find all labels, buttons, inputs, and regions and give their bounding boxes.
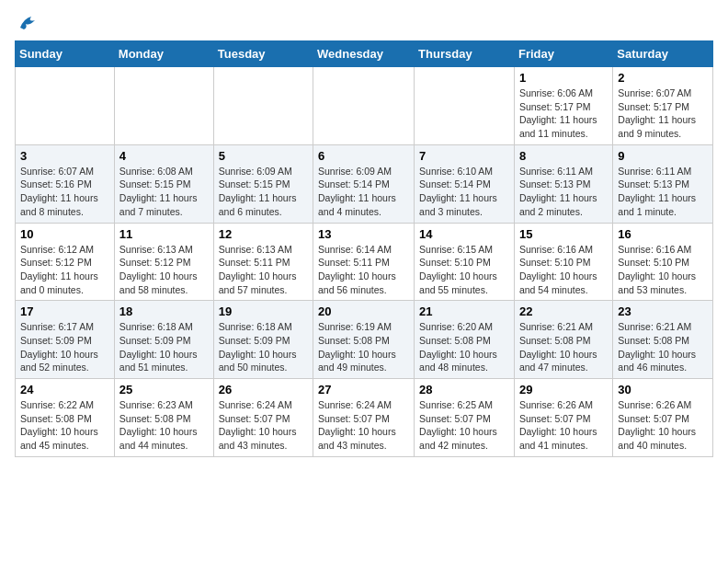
day-number: 21 [419, 304, 509, 318]
day-number: 11 [119, 227, 209, 241]
calendar-cell: 3Sunrise: 6:07 AMSunset: 5:16 PMDaylight… [16, 144, 115, 223]
calendar-cell: 15Sunrise: 6:16 AMSunset: 5:10 PMDayligh… [514, 223, 612, 301]
day-info: Sunrise: 6:06 AMSunset: 5:17 PMDaylight:… [519, 86, 608, 141]
calendar-cell [16, 67, 115, 145]
day-number: 7 [419, 149, 509, 163]
calendar-cell: 1Sunrise: 6:06 AMSunset: 5:17 PMDaylight… [514, 67, 612, 145]
day-info: Sunrise: 6:26 AMSunset: 5:07 PMDaylight:… [519, 398, 608, 453]
calendar-cell: 21Sunrise: 6:20 AMSunset: 5:08 PMDayligh… [415, 301, 515, 379]
day-number: 26 [219, 383, 308, 396]
calendar-cell: 17Sunrise: 6:17 AMSunset: 5:09 PMDayligh… [16, 301, 115, 379]
day-info: Sunrise: 6:15 AMSunset: 5:10 PMDaylight:… [419, 243, 509, 297]
calendar-week-row: 24Sunrise: 6:22 AMSunset: 5:08 PMDayligh… [16, 379, 713, 457]
calendar-cell: 4Sunrise: 6:08 AMSunset: 5:15 PMDaylight… [114, 144, 213, 223]
day-number: 29 [519, 383, 608, 396]
day-info: Sunrise: 6:25 AMSunset: 5:07 PMDaylight:… [419, 398, 509, 453]
day-number: 22 [519, 304, 608, 318]
day-info: Sunrise: 6:22 AMSunset: 5:08 PMDaylight:… [20, 398, 109, 453]
logo [15, 15, 39, 31]
calendar-week-row: 3Sunrise: 6:07 AMSunset: 5:16 PMDaylight… [16, 144, 713, 223]
day-number: 2 [618, 71, 708, 85]
day-info: Sunrise: 6:26 AMSunset: 5:07 PMDaylight:… [618, 398, 708, 453]
calendar-cell: 6Sunrise: 6:09 AMSunset: 5:14 PMDaylight… [313, 144, 415, 223]
day-number: 3 [20, 149, 109, 163]
day-number: 10 [20, 227, 109, 241]
day-info: Sunrise: 6:16 AMSunset: 5:10 PMDaylight:… [519, 243, 608, 297]
calendar-week-row: 17Sunrise: 6:17 AMSunset: 5:09 PMDayligh… [16, 301, 713, 379]
calendar-cell: 2Sunrise: 6:07 AMSunset: 5:17 PMDaylight… [613, 67, 713, 145]
day-info: Sunrise: 6:08 AMSunset: 5:15 PMDaylight:… [119, 165, 209, 219]
calendar-cell: 27Sunrise: 6:24 AMSunset: 5:07 PMDayligh… [313, 379, 415, 457]
day-info: Sunrise: 6:07 AMSunset: 5:16 PMDaylight:… [20, 165, 109, 219]
day-number: 30 [618, 383, 708, 396]
column-header-saturday: Saturday [613, 41, 713, 67]
day-info: Sunrise: 6:21 AMSunset: 5:08 PMDaylight:… [519, 320, 608, 374]
column-header-tuesday: Tuesday [213, 41, 313, 67]
calendar-week-row: 1Sunrise: 6:06 AMSunset: 5:17 PMDaylight… [16, 67, 713, 145]
calendar-cell: 5Sunrise: 6:09 AMSunset: 5:15 PMDaylight… [213, 144, 313, 223]
day-number: 14 [419, 227, 509, 241]
day-info: Sunrise: 6:20 AMSunset: 5:08 PMDaylight:… [419, 320, 509, 374]
day-info: Sunrise: 6:09 AMSunset: 5:15 PMDaylight:… [219, 165, 308, 219]
calendar-cell [114, 67, 213, 145]
calendar-cell: 9Sunrise: 6:11 AMSunset: 5:13 PMDaylight… [613, 144, 713, 223]
column-header-thursday: Thursday [415, 41, 515, 67]
calendar-cell: 16Sunrise: 6:16 AMSunset: 5:10 PMDayligh… [613, 223, 713, 301]
column-header-monday: Monday [114, 41, 213, 67]
day-number: 4 [119, 149, 209, 163]
day-info: Sunrise: 6:11 AMSunset: 5:13 PMDaylight:… [618, 165, 708, 219]
day-number: 9 [618, 149, 708, 163]
page-header [15, 15, 713, 31]
calendar-cell: 14Sunrise: 6:15 AMSunset: 5:10 PMDayligh… [415, 223, 515, 301]
day-info: Sunrise: 6:19 AMSunset: 5:08 PMDaylight:… [318, 320, 409, 374]
calendar-cell: 8Sunrise: 6:11 AMSunset: 5:13 PMDaylight… [514, 144, 612, 223]
calendar-cell: 12Sunrise: 6:13 AMSunset: 5:11 PMDayligh… [213, 223, 313, 301]
calendar-cell: 26Sunrise: 6:24 AMSunset: 5:07 PMDayligh… [213, 379, 313, 457]
column-header-wednesday: Wednesday [313, 41, 415, 67]
day-number: 13 [318, 227, 409, 241]
day-info: Sunrise: 6:10 AMSunset: 5:14 PMDaylight:… [419, 165, 509, 219]
day-info: Sunrise: 6:07 AMSunset: 5:17 PMDaylight:… [618, 86, 708, 141]
day-number: 28 [419, 383, 509, 396]
calendar-cell: 19Sunrise: 6:18 AMSunset: 5:09 PMDayligh… [213, 301, 313, 379]
day-number: 27 [318, 383, 409, 396]
day-number: 6 [318, 149, 409, 163]
day-info: Sunrise: 6:24 AMSunset: 5:07 PMDaylight:… [318, 398, 409, 453]
calendar-cell: 11Sunrise: 6:13 AMSunset: 5:12 PMDayligh… [114, 223, 213, 301]
day-number: 20 [318, 304, 409, 318]
day-info: Sunrise: 6:16 AMSunset: 5:10 PMDaylight:… [618, 243, 708, 297]
day-info: Sunrise: 6:18 AMSunset: 5:09 PMDaylight:… [119, 320, 209, 374]
calendar-cell: 28Sunrise: 6:25 AMSunset: 5:07 PMDayligh… [415, 379, 515, 457]
calendar-cell [313, 67, 415, 145]
column-header-friday: Friday [514, 41, 612, 67]
day-number: 1 [519, 71, 608, 85]
logo-bird-icon [18, 15, 39, 31]
day-number: 25 [119, 383, 209, 396]
calendar-cell: 20Sunrise: 6:19 AMSunset: 5:08 PMDayligh… [313, 301, 415, 379]
day-number: 15 [519, 227, 608, 241]
day-number: 19 [219, 304, 308, 318]
calendar-cell: 13Sunrise: 6:14 AMSunset: 5:11 PMDayligh… [313, 223, 415, 301]
day-info: Sunrise: 6:14 AMSunset: 5:11 PMDaylight:… [318, 243, 409, 297]
calendar-cell: 18Sunrise: 6:18 AMSunset: 5:09 PMDayligh… [114, 301, 213, 379]
calendar-cell: 24Sunrise: 6:22 AMSunset: 5:08 PMDayligh… [16, 379, 115, 457]
day-number: 18 [119, 304, 209, 318]
day-number: 23 [618, 304, 708, 318]
day-info: Sunrise: 6:11 AMSunset: 5:13 PMDaylight:… [519, 165, 608, 219]
calendar-cell: 25Sunrise: 6:23 AMSunset: 5:08 PMDayligh… [114, 379, 213, 457]
calendar-cell: 29Sunrise: 6:26 AMSunset: 5:07 PMDayligh… [514, 379, 612, 457]
column-header-sunday: Sunday [16, 41, 115, 67]
day-number: 12 [219, 227, 308, 241]
day-info: Sunrise: 6:21 AMSunset: 5:08 PMDaylight:… [618, 320, 708, 374]
day-number: 24 [20, 383, 109, 396]
day-number: 16 [618, 227, 708, 241]
calendar-cell [213, 67, 313, 145]
day-info: Sunrise: 6:23 AMSunset: 5:08 PMDaylight:… [119, 398, 209, 453]
calendar-cell [415, 67, 515, 145]
calendar-cell: 23Sunrise: 6:21 AMSunset: 5:08 PMDayligh… [613, 301, 713, 379]
calendar-table: SundayMondayTuesdayWednesdayThursdayFrid… [15, 40, 713, 457]
day-info: Sunrise: 6:24 AMSunset: 5:07 PMDaylight:… [219, 398, 308, 453]
day-number: 5 [219, 149, 308, 163]
calendar-cell: 7Sunrise: 6:10 AMSunset: 5:14 PMDaylight… [415, 144, 515, 223]
day-info: Sunrise: 6:09 AMSunset: 5:14 PMDaylight:… [318, 165, 409, 219]
